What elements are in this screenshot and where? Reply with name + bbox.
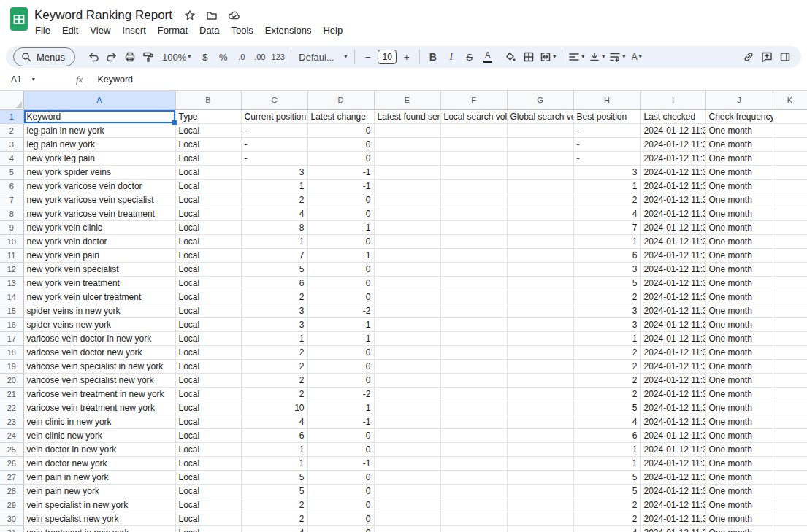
cell-F5[interactable]	[440, 165, 507, 179]
cell-K25[interactable]	[773, 442, 807, 456]
font-size-input[interactable]: 10	[378, 50, 397, 64]
row-header-28[interactable]: 28	[0, 484, 23, 498]
horizontal-align-button[interactable]: ▾	[566, 48, 586, 66]
cell-F1[interactable]: Local search volume	[440, 109, 507, 123]
cell-A22[interactable]: varicose vein treatment new york	[23, 401, 175, 415]
cell-C25[interactable]: 1	[241, 442, 307, 456]
cell-F25[interactable]	[440, 442, 507, 456]
menu-item-tools[interactable]: Tools	[225, 23, 259, 38]
cell-D27[interactable]: 0	[307, 470, 374, 484]
cell-G27[interactable]	[507, 470, 573, 484]
cell-C26[interactable]: 1	[241, 456, 307, 470]
column-header-A[interactable]: A	[23, 91, 175, 109]
cell-B6[interactable]: Local	[175, 179, 241, 193]
cell-F22[interactable]	[440, 401, 507, 415]
menu-item-edit[interactable]: Edit	[56, 23, 84, 38]
cell-K22[interactable]	[773, 401, 807, 415]
strikethrough-button[interactable]: S	[460, 48, 478, 66]
cell-G29[interactable]	[507, 498, 573, 512]
cell-F3[interactable]	[440, 137, 507, 151]
cell-B5[interactable]: Local	[175, 165, 241, 179]
cell-A21[interactable]: varicose vein treatment in new york	[23, 387, 175, 401]
row-header-21[interactable]: 21	[0, 387, 23, 401]
cell-A29[interactable]: vein specialist in new york	[23, 498, 175, 512]
cell-I7[interactable]: 2024-01-12 11:3	[640, 193, 705, 207]
cell-A24[interactable]: vein clinic new york	[23, 428, 175, 442]
cell-A10[interactable]: new york vein doctor	[23, 234, 175, 248]
cell-I18[interactable]: 2024-01-12 11:3	[640, 345, 705, 359]
cell-K2[interactable]	[773, 123, 807, 137]
cell-K29[interactable]	[773, 498, 807, 512]
cell-K9[interactable]	[773, 220, 807, 234]
cell-B23[interactable]: Local	[175, 415, 241, 428]
cell-J8[interactable]: One month	[705, 207, 773, 220]
cell-D26[interactable]: -1	[307, 456, 374, 470]
cell-A2[interactable]: leg pain in new york	[23, 123, 175, 137]
cell-K24[interactable]	[773, 428, 807, 442]
cell-A6[interactable]: new york varicose vein doctor	[23, 179, 175, 193]
cell-K16[interactable]	[773, 317, 807, 331]
cell-F8[interactable]	[440, 207, 507, 220]
cell-J24[interactable]: One month	[705, 428, 773, 442]
cell-G20[interactable]	[507, 373, 573, 387]
cell-K20[interactable]	[773, 373, 807, 387]
cell-D30[interactable]: 0	[307, 512, 374, 525]
cell-K23[interactable]	[773, 415, 807, 428]
cell-D24[interactable]: 0	[307, 428, 374, 442]
column-header-I[interactable]: I	[640, 91, 705, 109]
cell-F7[interactable]	[440, 193, 507, 207]
cell-A28[interactable]: vein pain new york	[23, 484, 175, 498]
cell-H26[interactable]: 1	[573, 456, 640, 470]
cell-A8[interactable]: new york varicose vein treatment	[23, 207, 175, 220]
cell-A31[interactable]: vein treatment in new york	[23, 525, 175, 532]
cell-H28[interactable]: 5	[573, 484, 640, 498]
cell-B9[interactable]: Local	[175, 220, 241, 234]
cell-A23[interactable]: vein clinic in new york	[23, 415, 175, 428]
cell-C2[interactable]: -	[241, 123, 307, 137]
name-box[interactable]: A1 ▾	[0, 68, 63, 90]
column-header-E[interactable]: E	[374, 91, 440, 109]
menu-item-extensions[interactable]: Extensions	[259, 23, 318, 38]
cell-J21[interactable]: One month	[705, 387, 773, 401]
cell-H1[interactable]: Best position	[573, 109, 640, 123]
cell-E2[interactable]	[374, 123, 440, 137]
cell-F13[interactable]	[440, 276, 507, 290]
cell-B18[interactable]: Local	[175, 345, 241, 359]
cell-B16[interactable]: Local	[175, 317, 241, 331]
increase-decimal-button[interactable]: .00	[250, 48, 269, 66]
cell-F12[interactable]	[440, 262, 507, 276]
cell-A17[interactable]: varicose vein doctor in new york	[23, 331, 175, 345]
cell-F27[interactable]	[440, 470, 507, 484]
cell-I10[interactable]: 2024-01-12 11:3	[640, 234, 705, 248]
cell-D21[interactable]: -2	[307, 387, 374, 401]
cell-D2[interactable]: 0	[307, 123, 374, 137]
cell-E30[interactable]	[374, 512, 440, 525]
cell-F2[interactable]	[440, 123, 507, 137]
cell-K30[interactable]	[773, 512, 807, 525]
cell-C14[interactable]: 2	[241, 290, 307, 304]
cell-B4[interactable]: Local	[175, 151, 241, 165]
cell-I5[interactable]: 2024-01-12 11:3	[640, 165, 705, 179]
cell-K21[interactable]	[773, 387, 807, 401]
row-header-17[interactable]: 17	[0, 331, 23, 345]
cell-B29[interactable]: Local	[175, 498, 241, 512]
cell-J13[interactable]: One month	[705, 276, 773, 290]
cell-F30[interactable]	[440, 512, 507, 525]
decrease-font-size-button[interactable]: −	[359, 48, 377, 66]
cell-I1[interactable]: Last checked	[640, 109, 705, 123]
cell-J19[interactable]: One month	[705, 359, 773, 373]
cell-D16[interactable]: -1	[307, 317, 374, 331]
cell-J26[interactable]: One month	[705, 456, 773, 470]
cell-C3[interactable]: -	[241, 137, 307, 151]
cell-G6[interactable]	[507, 179, 573, 193]
row-header-9[interactable]: 9	[0, 220, 23, 234]
cell-C28[interactable]: 5	[241, 484, 307, 498]
cell-I22[interactable]: 2024-01-12 11:3	[640, 401, 705, 415]
text-rotation-button[interactable]: A ▾	[627, 48, 646, 66]
cell-D8[interactable]: 0	[307, 207, 374, 220]
row-header-18[interactable]: 18	[0, 345, 23, 359]
cell-I28[interactable]: 2024-01-12 11:3	[640, 484, 705, 498]
cell-K6[interactable]	[773, 179, 807, 193]
cell-J14[interactable]: One month	[705, 290, 773, 304]
cell-E13[interactable]	[374, 276, 440, 290]
